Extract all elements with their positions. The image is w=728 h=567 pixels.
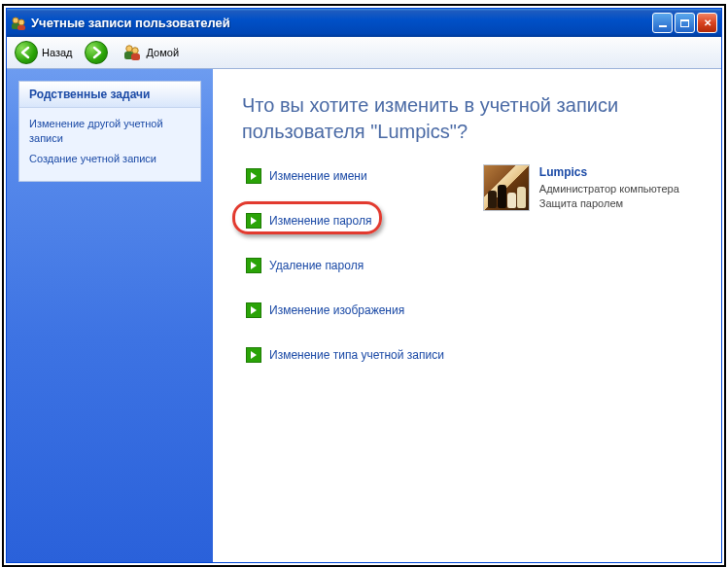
sidebar-link-change-other-account[interactable]: Изменение другой учетной записи	[29, 114, 191, 149]
svg-rect-3	[17, 25, 25, 30]
users-icon	[11, 16, 26, 31]
action-label: Изменение типа учетной записи	[269, 348, 444, 362]
related-tasks-header: Родственные задачи	[19, 82, 200, 108]
svg-rect-7	[131, 53, 140, 60]
related-tasks-panel: Родственные задачи Изменение другой учет…	[18, 81, 201, 182]
user-accounts-window: Учетные записи пользователей ✕ Назад	[6, 8, 722, 563]
sidebar: Родственные задачи Изменение другой учет…	[7, 69, 213, 562]
back-label: Назад	[42, 47, 73, 58]
arrow-right-icon	[89, 46, 103, 59]
user-protection: Защита паролем	[539, 196, 679, 211]
window-title: Учетные записи пользователей	[31, 16, 652, 30]
minimize-button[interactable]	[652, 13, 673, 33]
action-label: Удаление пароля	[269, 259, 364, 272]
action-label: Изменение имени	[269, 169, 367, 183]
arrow-right-icon	[246, 258, 261, 273]
action-label: Изменение пароля	[269, 214, 371, 228]
back-button[interactable]	[15, 41, 38, 64]
action-change-account-type[interactable]: Изменение типа учетной записи	[242, 343, 448, 367]
arrow-right-icon	[246, 347, 261, 363]
svg-point-4	[125, 46, 131, 52]
maximize-button[interactable]	[675, 13, 695, 33]
avatar	[483, 164, 530, 211]
action-remove-password[interactable]: Удаление пароля	[242, 254, 448, 277]
user-role: Администратор компьютера	[539, 182, 679, 196]
arrow-right-icon	[246, 302, 261, 318]
action-list: Изменение имени Изменение пароля Уд	[242, 164, 448, 367]
page-title: Что вы хотите изменить в учетной записи …	[242, 92, 698, 145]
arrow-left-icon	[19, 46, 33, 59]
action-change-name[interactable]: Изменение имени	[242, 164, 448, 188]
svg-point-0	[13, 18, 18, 23]
user-name: Lumpics	[539, 164, 679, 181]
main-content: Что вы хотите изменить в учетной записи …	[213, 69, 721, 562]
sidebar-link-create-account[interactable]: Создание учетной записи	[29, 149, 191, 169]
forward-button[interactable]	[85, 41, 108, 64]
svg-point-5	[131, 48, 137, 53]
action-label: Изменение изображения	[269, 303, 404, 317]
arrow-right-icon	[246, 213, 261, 229]
user-summary: Lumpics Администратор компьютера Защита …	[483, 164, 679, 212]
close-button[interactable]: ✕	[697, 13, 717, 33]
action-change-password[interactable]: Изменение пароля	[242, 209, 448, 232]
action-change-picture[interactable]: Изменение изображения	[242, 299, 448, 322]
svg-point-1	[18, 19, 24, 25]
home-label[interactable]: Домой	[147, 47, 180, 58]
home-users-icon[interactable]	[121, 42, 143, 63]
toolbar: Назад Домой	[7, 37, 721, 69]
arrow-right-icon	[246, 168, 261, 184]
titlebar[interactable]: Учетные записи пользователей ✕	[7, 9, 721, 37]
